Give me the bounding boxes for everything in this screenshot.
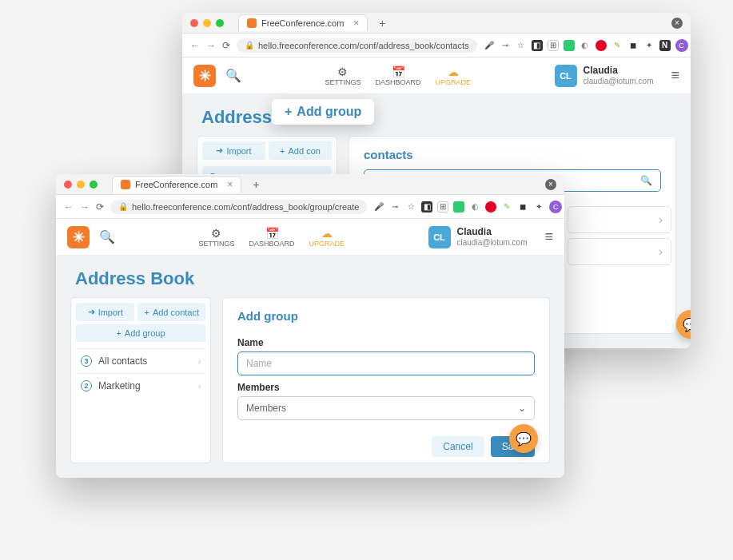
extension-icon[interactable]: ◧ (532, 40, 543, 51)
form-title: Add group (237, 309, 535, 323)
import-button[interactable]: ➜Import (202, 141, 265, 160)
key-icon[interactable]: ⊸ (389, 201, 400, 212)
star-icon[interactable]: ☆ (405, 201, 416, 212)
sidebar-item-marketing[interactable]: 2 Marketing › (76, 373, 205, 398)
back-arrow-icon[interactable]: ← (64, 201, 74, 212)
minimize-window-button[interactable] (77, 181, 85, 189)
profile-avatar-icon[interactable]: C (675, 39, 688, 52)
user-avatar: CL (555, 65, 577, 87)
nav-dashboard[interactable]: 📅DASHBOARD (376, 66, 421, 86)
mic-icon[interactable]: 🎤 (484, 40, 495, 51)
cancel-button[interactable]: Cancel (432, 436, 484, 457)
nav-upgrade[interactable]: ☁UPGRADE (309, 227, 345, 248)
extension-icon[interactable]: ◧ (421, 201, 432, 212)
user-chip[interactable]: CL Claudia claudia@iotum.com (555, 65, 654, 87)
search-icon[interactable]: 🔍 (99, 229, 115, 244)
close-tab-icon[interactable]: × (353, 18, 359, 29)
reload-icon[interactable]: ⟳ (96, 201, 104, 212)
browser-tab[interactable]: FreeConference.com × (238, 14, 368, 31)
forward-arrow-icon[interactable]: → (206, 40, 216, 51)
star-icon[interactable]: ☆ (516, 40, 527, 51)
add-contact-button[interactable]: +Add contact (137, 303, 205, 321)
close-window-button[interactable] (190, 19, 198, 27)
cloud-upload-icon: ☁ (448, 66, 459, 78)
back-arrow-icon[interactable]: ← (190, 40, 200, 51)
gear-icon: ⚙ (337, 66, 348, 78)
contact-row-peek[interactable]: › (568, 206, 671, 233)
sidebar: ➜Import +Add contact +Add group 3 All co… (70, 297, 211, 463)
extension-icon[interactable]: ⊞ (548, 40, 559, 51)
favicon-icon (247, 18, 257, 28)
add-group-button[interactable]: +Add group (76, 324, 205, 342)
minimize-window-button[interactable] (203, 19, 211, 27)
add-group-callout: + Add group (272, 99, 374, 125)
calendar-icon: 📅 (392, 66, 405, 78)
extension-icon[interactable] (453, 201, 464, 212)
plus-icon: + (285, 105, 292, 119)
tab-title: FreeConference.com (135, 180, 217, 189)
profile-avatar-icon[interactable]: C (549, 201, 562, 213)
extension-icon[interactable]: ✎ (501, 201, 512, 212)
puzzle-icon[interactable]: ✦ (533, 201, 544, 212)
new-tab-button[interactable]: + (379, 17, 385, 30)
window-dismiss-icon[interactable]: × (671, 18, 683, 29)
extension-icon[interactable]: ◼ (627, 40, 639, 51)
user-name: Claudia (584, 66, 654, 76)
contact-row-peek[interactable]: › (568, 238, 671, 265)
forward-arrow-icon[interactable]: → (80, 201, 90, 212)
app-logo-icon[interactable]: ✳ (67, 226, 90, 248)
extension-tray: 🎤 ⊸ ☆ ◧ ⊞ ◐ ✎ ◼ ✦ C ⋮ (373, 201, 564, 213)
nav-upgrade[interactable]: ☁UPGRADE (436, 66, 472, 86)
user-email: claudia@iotum.com (457, 238, 528, 247)
login-icon: ➜ (88, 307, 95, 317)
app-body: Address Book ➜Import +Add contact +Add g… (56, 256, 564, 478)
search-icon: 🔍 (640, 175, 652, 186)
nav-settings[interactable]: ⚙SETTINGS (325, 66, 361, 86)
window-dismiss-icon[interactable]: × (545, 179, 556, 190)
extension-icon[interactable]: ◼ (517, 201, 528, 212)
extension-icon[interactable]: ✎ (611, 40, 623, 51)
members-select[interactable]: Members ⌄ (237, 396, 535, 420)
hamburger-menu-icon[interactable]: ≡ (671, 67, 679, 84)
extension-icon[interactable]: ◐ (580, 40, 591, 51)
login-icon: ➜ (216, 145, 223, 156)
maximize-window-button[interactable] (216, 19, 224, 27)
close-window-button[interactable] (64, 181, 72, 189)
close-tab-icon[interactable]: × (227, 179, 233, 190)
new-tab-button[interactable]: + (253, 178, 259, 191)
url-field[interactable]: 🔒 hello.freeconference.com/conf/address_… (110, 200, 367, 214)
maximize-window-button[interactable] (90, 181, 98, 189)
browser-tab[interactable]: FreeConference.com × (112, 176, 241, 193)
hamburger-menu-icon[interactable]: ≡ (544, 228, 553, 245)
app-logo-icon[interactable]: ✳ (193, 65, 216, 87)
plus-icon: + (144, 308, 149, 317)
extension-icon[interactable] (564, 40, 575, 51)
add-contact-button[interactable]: +Add con (269, 141, 332, 160)
chat-icon: 💬 (683, 317, 691, 332)
extension-icon[interactable]: ⊞ (437, 201, 448, 212)
pinterest-icon[interactable] (485, 201, 496, 212)
import-button[interactable]: ➜Import (76, 303, 134, 321)
url-field[interactable]: 🔒 hello.freeconference.com/conf/address_… (237, 38, 477, 53)
traffic-lights (190, 19, 224, 27)
name-input[interactable] (237, 351, 535, 375)
titlebar: FreeConference.com × + × (56, 174, 564, 195)
nav-settings[interactable]: ⚙SETTINGS (198, 227, 234, 248)
puzzle-icon[interactable]: ✦ (643, 40, 655, 51)
panel-title: contacts (364, 148, 661, 161)
search-icon[interactable]: 🔍 (225, 68, 241, 83)
notion-icon[interactable]: N (659, 40, 671, 51)
user-chip[interactable]: CL Claudia claudia@iotum.com (428, 226, 528, 248)
chat-fab[interactable]: 💬 (509, 424, 538, 453)
key-icon[interactable]: ⊸ (500, 40, 511, 51)
tab-title: FreeConference.com (261, 18, 344, 28)
lock-icon: 🔒 (245, 41, 254, 50)
extension-icon[interactable]: ◐ (469, 201, 480, 212)
mic-icon[interactable]: 🎤 (373, 201, 384, 212)
members-label: Members (237, 382, 535, 393)
pinterest-icon[interactable] (596, 40, 607, 51)
sidebar-item-all-contacts[interactable]: 3 All contacts › (76, 348, 205, 373)
url-text: hello.freeconference.com/conf/address_bo… (258, 41, 469, 50)
reload-icon[interactable]: ⟳ (222, 40, 230, 51)
nav-dashboard[interactable]: 📅DASHBOARD (249, 227, 295, 248)
